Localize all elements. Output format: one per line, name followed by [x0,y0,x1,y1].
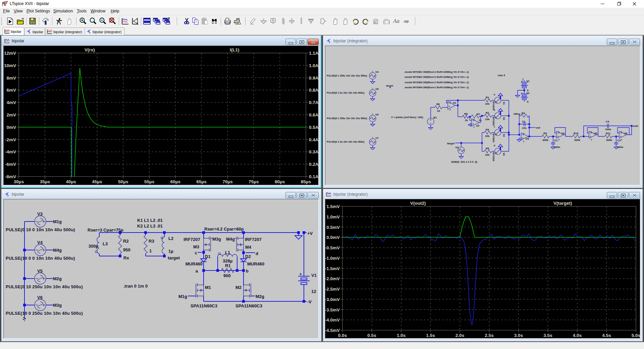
svg-text:300k: 300k [542,139,548,142]
svg-text:R1: R1 [225,263,231,268]
svg-text:.tran 5: .tran 5 [497,74,505,77]
svg-text:1.5mV: 1.5mV [326,204,340,209]
svg-text:+V: +V [473,119,475,121]
svg-text:1µ: 1µ [168,249,173,254]
svg-text:U4: U4 [561,132,565,135]
svg-text:0.7A: 0.7A [309,100,318,105]
svg-text:-6mV: -6mV [5,162,16,167]
svg-text:+V: +V [590,131,592,134]
svg-text:45µs: 45µs [92,179,102,184]
svg-text:M3g: M3g [212,237,221,242]
svg-text:PULSE(0 10 0 10n 10n 40u 500u): PULSE(0 10 0 10n 10n 40u 500u) [6,227,75,232]
svg-text:b: b [494,109,495,111]
svg-text:0.0mV: 0.0mV [326,235,340,240]
svg-text:R3: R3 [149,239,154,244]
svg-text:U1: U1 [453,101,457,104]
svg-text:0.0s: 0.0s [338,333,347,338]
svg-text:Rx: Rx [123,255,129,260]
svg-text:PULSE(0 10 250u 10n 10n 40u 50: PULSE(0 10 250u 10n 10n 40u 500u) [6,284,83,289]
svg-text:R1: R1 [486,96,489,99]
svg-text:SPA11N60C3: SPA11N60C3 [191,303,217,308]
svg-text:V(out2): V(out2) [410,201,426,206]
svg-text:V4: V4 [37,240,43,245]
svg-text:+V: +V [449,101,451,104]
svg-text:5.0s: 5.0s [632,333,640,338]
svg-text:d: d [256,251,258,256]
svg-text:-3.0mV: -3.0mV [325,297,340,302]
svg-text:3.0s: 3.0s [514,333,523,338]
svg-text:V3: V3 [37,211,43,216]
svg-text:SINE(0 .001 2 2 0 0 .5): SINE(0 .001 2 2 0 0 .5) [451,160,477,163]
svg-text:I(L1): I(L1) [230,47,239,52]
svg-text:60µs: 60µs [170,179,180,184]
svg-text:2k: 2k [479,119,482,122]
svg-text:L3: L3 [103,241,108,246]
svg-text:0.6A: 0.6A [309,112,318,117]
svg-text:-V: -V [22,317,27,321]
svg-text:Rser=3 Cpar=75p: Rser=3 Cpar=75p [88,228,123,233]
svg-text:PULSE(0 1 250u 10n 10n 10u 500: PULSE(0 1 250u 10n 10n 10u 500u) [327,117,367,120]
svg-text:+V: +V [523,133,525,136]
svg-text:-0.5mV: -0.5mV [325,245,340,250]
svg-text:R8: R8 [464,112,468,115]
svg-text:.model MYSW1 SW(Ron=1 Roff=100: .model MYSW1 SW(Ron=1 Roff=100Meg Vt=.5 … [404,70,469,73]
svg-text:M1: M1 [205,285,211,290]
svg-text:K2 L2 L3 .01: K2 L2 L3 .01 [137,223,163,229]
svg-text:-4.0mV: -4.0mV [325,317,340,322]
svg-text:1Meg: 1Meg [514,112,521,115]
svg-text:+: + [299,271,302,277]
svg-text:L2: L2 [168,236,173,241]
svg-text:80µs: 80µs [275,179,285,184]
svg-text:50µs: 50µs [118,179,128,184]
svg-text:30µs: 30µs [14,179,24,184]
svg-text:-V: -V [558,139,560,141]
svg-text:PULSE(0 1 250u 10n 10n 10u 500: PULSE(0 1 250u 10n 10n 10u 500u) [327,74,367,77]
svg-text:-V: -V [473,127,475,129]
svg-text:C1: C1 [554,139,558,142]
svg-text:MUR460: MUR460 [247,261,264,266]
svg-text:2.5s: 2.5s [485,333,493,338]
svg-text:-8mV: -8mV [5,174,16,179]
svg-text:V(rx): V(rx) [85,47,95,52]
svg-text:+V: +V [307,231,313,236]
svg-text:-1.5mV: -1.5mV [325,266,340,271]
svg-text:.model MYSW3 SW(Ron=1 Roff=100: .model MYSW3 SW(Ron=1 Roff=100Meg Vt=.5 … [404,81,469,84]
svg-text:V6: V6 [375,113,379,116]
svg-text:300k: 300k [574,139,580,142]
svg-text:V6: V6 [37,295,43,300]
svg-text:MYSW2: MYSW2 [492,117,495,126]
svg-text:10n: 10n [522,127,527,130]
svg-text:10k: 10k [485,153,490,156]
svg-text:R4: R4 [486,128,489,131]
svg-text:-V: -V [449,109,451,111]
svg-text:0mV: 0mV [6,125,16,130]
svg-text:35µs: 35µs [40,179,50,184]
svg-text:out2: out2 [633,124,638,128]
svg-text:target: target [447,142,455,145]
svg-text:-V: -V [590,139,592,141]
svg-text:L1: L1 [225,250,230,255]
svg-text:M1g: M1g [178,294,187,299]
svg-text:40µs: 40µs [66,179,76,184]
svg-text:55µs: 55µs [144,179,154,184]
svg-text:out: out [536,126,540,129]
svg-text:4.0s: 4.0s [573,333,582,338]
svg-text:2.0s: 2.0s [455,333,464,338]
svg-text:100n: 100n [554,146,560,149]
svg-text:70µs: 70µs [222,179,232,184]
svg-text:Aa: Aa [393,18,399,24]
svg-text:C4: C4 [606,120,609,123]
svg-text:K1 L1 L2 .01: K1 L1 L2 .01 [137,218,163,223]
svg-text:M2: M2 [235,285,241,290]
svg-text:V4: V4 [375,70,379,73]
svg-text:V5: V5 [375,88,379,91]
svg-text:MYSW3: MYSW3 [492,134,495,142]
svg-text:U3: U3 [526,137,529,140]
svg-text:12: 12 [311,289,316,294]
svg-text:100n: 100n [617,146,623,149]
svg-text:R6: R6 [436,103,440,106]
svg-text:300µ: 300µ [89,244,98,249]
svg-text:1.1A: 1.1A [309,51,318,56]
svg-text:V(target): V(target) [553,201,572,206]
svg-text:0.5mV: 0.5mV [326,225,340,230]
